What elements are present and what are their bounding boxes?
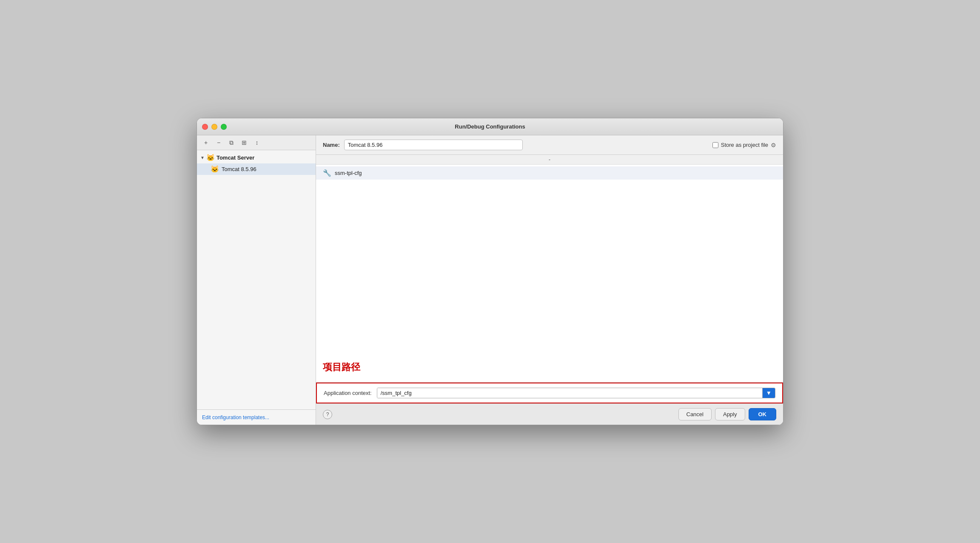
dialog-window: Run/Debug Configurations + − ⧉ ⊞ ↕ ▼ 🐱 T… [197,118,783,425]
tree-item-tomcat[interactable]: 🐱 Tomcat 8.5.96 [197,163,316,175]
sidebar-toolbar: + − ⧉ ⊞ ↕ [197,135,316,150]
app-context-dropdown-button[interactable]: ▼ [762,388,775,398]
store-project-label: Store as project file [721,142,768,148]
tomcat-item-icon: 🐱 [211,165,219,173]
project-path-label: 项目路径 [323,361,360,374]
window-title: Run/Debug Configurations [455,123,525,130]
config-header: Name: Store as project file ⚙ [316,135,783,155]
right-panel: Name: Store as project file ⚙ - 🔧 ssm-tp… [316,135,783,425]
tree-group-header[interactable]: ▼ 🐱 Tomcat Server [197,152,316,163]
tree-item-label: Tomcat 8.5.96 [222,166,256,172]
minimize-button[interactable] [211,124,217,130]
app-context-label: Application context: [324,390,372,396]
title-bar: Run/Debug Configurations [197,118,783,135]
action-bar: ? Cancel Apply OK [316,403,783,425]
add-button[interactable]: + [200,138,211,147]
close-button[interactable] [202,124,208,130]
app-context-value: /ssm_tpl_cfg [377,388,762,398]
copy-button[interactable]: ⧉ [226,138,237,147]
traffic-lights [202,124,227,130]
store-project-section: Store as project file ⚙ [712,142,776,149]
deployment-area: - 🔧 ssm-tpl-cfg 项目路径 [316,155,783,383]
list-item[interactable]: 🔧 ssm-tpl-cfg [316,166,783,180]
name-input[interactable] [344,140,523,150]
chevron-down-icon: ▼ [200,155,205,160]
edit-config-templates-link[interactable]: Edit configuration templates... [202,414,269,420]
sidebar: + − ⧉ ⊞ ↕ ▼ 🐱 Tomcat Server 🐱 Tomcat 8.5… [197,135,316,425]
maximize-button[interactable] [221,124,227,130]
store-project-checkbox[interactable] [712,142,718,148]
app-context-row: Application context: /ssm_tpl_cfg ▼ [316,383,783,403]
sidebar-footer: Edit configuration templates... [197,409,316,425]
artifact-icon: 🔧 [323,169,331,177]
artifact-name: ssm-tpl-cfg [335,170,362,176]
apply-button[interactable]: Apply [715,408,745,420]
app-context-select-wrapper[interactable]: /ssm_tpl_cfg ▼ [377,388,775,398]
tree-group-label: Tomcat Server [217,154,254,161]
deployment-separator: - [316,155,783,165]
gear-icon[interactable]: ⚙ [771,142,776,149]
main-content: + − ⧉ ⊞ ↕ ▼ 🐱 Tomcat Server 🐱 Tomcat 8.5… [197,135,783,425]
tomcat-server-icon: 🐱 [206,154,215,162]
name-label: Name: [323,142,340,148]
tree-group-tomcat: ▼ 🐱 Tomcat Server 🐱 Tomcat 8.5.96 [197,152,316,175]
remove-button[interactable]: − [213,138,224,147]
cancel-button[interactable]: Cancel [678,408,712,420]
help-button[interactable]: ? [323,410,332,419]
move-button[interactable]: ⊞ [239,138,250,147]
deployment-list: 🔧 ssm-tpl-cfg [316,165,783,181]
ok-button[interactable]: OK [749,408,777,420]
sidebar-tree: ▼ 🐱 Tomcat Server 🐱 Tomcat 8.5.96 [197,150,316,409]
sort-button[interactable]: ↕ [251,138,262,147]
